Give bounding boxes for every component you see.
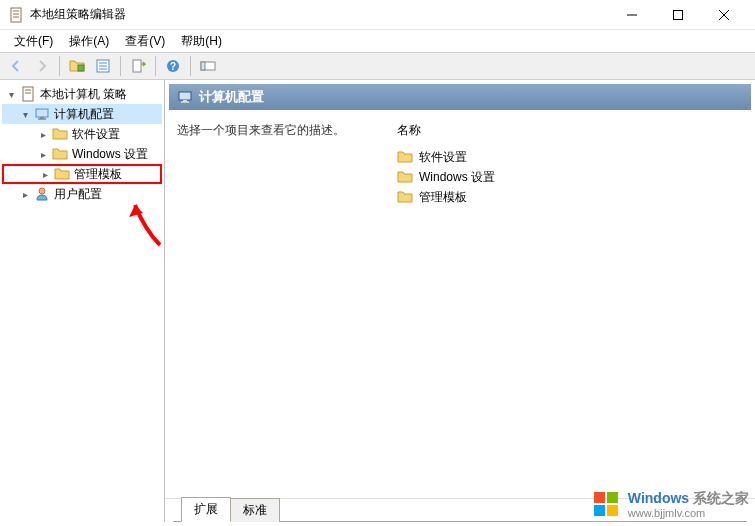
column-header-name[interactable]: 名称 <box>397 122 743 139</box>
expand-icon[interactable]: ▸ <box>38 167 52 181</box>
expand-icon[interactable]: ▸ <box>18 187 32 201</box>
svg-rect-17 <box>201 62 205 70</box>
folder-icon <box>54 166 70 182</box>
folder-icon <box>52 146 68 162</box>
menu-help[interactable]: 帮助(H) <box>173 31 230 52</box>
tab-strip: 扩展 标准 <box>165 498 755 522</box>
expand-icon[interactable]: ▸ <box>36 147 50 161</box>
list-item[interactable]: 管理模板 <box>397 187 743 207</box>
titlebar: 本地组策略编辑器 <box>0 0 755 30</box>
list-item[interactable]: Windows 设置 <box>397 167 743 187</box>
tree-panel[interactable]: ▾ 本地计算机 策略 ▾ 计算机配置 ▸ 软件设置 ▸ Windows <box>0 80 165 522</box>
expand-icon[interactable]: ▸ <box>36 127 50 141</box>
tree-computer-config[interactable]: ▾ 计算机配置 <box>2 104 162 124</box>
svg-rect-25 <box>179 92 191 100</box>
app-icon <box>8 7 24 23</box>
svg-rect-21 <box>36 109 48 117</box>
svg-rect-18 <box>23 87 33 101</box>
minimize-button[interactable] <box>609 0 655 30</box>
folder-icon <box>52 126 68 142</box>
tree-windows-settings[interactable]: ▸ Windows 设置 <box>2 144 162 164</box>
tree-label: 计算机配置 <box>54 106 114 123</box>
svg-rect-13 <box>133 60 141 72</box>
menubar: 文件(F) 操作(A) 查看(V) 帮助(H) <box>0 30 755 52</box>
computer-icon <box>34 106 50 122</box>
svg-rect-8 <box>78 65 84 71</box>
toolbar-filter-button[interactable] <box>196 54 220 78</box>
menu-file[interactable]: 文件(F) <box>6 31 61 52</box>
toolbar-export-button[interactable] <box>126 54 150 78</box>
expand-icon[interactable]: ▾ <box>4 87 18 101</box>
tree-admin-templates[interactable]: ▸ 管理模板 <box>2 164 162 184</box>
user-icon <box>34 186 50 202</box>
toolbar-help-button[interactable]: ? <box>161 54 185 78</box>
svg-point-24 <box>39 188 45 194</box>
list-item-label: Windows 设置 <box>419 169 495 186</box>
close-button[interactable] <box>701 0 747 30</box>
detail-description: 选择一个项目来查看它的描述。 <box>177 122 357 139</box>
tree-label: 用户配置 <box>54 186 102 203</box>
toolbar-list-button[interactable] <box>91 54 115 78</box>
detail-panel: 计算机配置 选择一个项目来查看它的描述。 名称 软件设置 Windows 设置 <box>165 80 755 522</box>
tab-extended[interactable]: 扩展 <box>181 497 231 522</box>
svg-rect-5 <box>674 10 683 19</box>
tree-user-config[interactable]: ▸ 用户配置 <box>2 184 162 204</box>
folder-icon <box>397 149 413 165</box>
list-item-label: 管理模板 <box>419 189 467 206</box>
toolbar-folder-button[interactable] <box>65 54 89 78</box>
tree-label: 本地计算机 策略 <box>40 86 127 103</box>
forward-button <box>30 54 54 78</box>
back-button <box>4 54 28 78</box>
computer-icon <box>177 89 193 105</box>
tree-root[interactable]: ▾ 本地计算机 策略 <box>2 84 162 104</box>
folder-icon <box>397 189 413 205</box>
tab-standard[interactable]: 标准 <box>230 498 280 522</box>
detail-header-text: 计算机配置 <box>199 88 264 106</box>
svg-rect-0 <box>11 8 21 22</box>
detail-header: 计算机配置 <box>169 84 751 110</box>
menu-action[interactable]: 操作(A) <box>61 31 117 52</box>
item-list: 软件设置 Windows 设置 管理模板 <box>397 147 743 207</box>
tree-software-settings[interactable]: ▸ 软件设置 <box>2 124 162 144</box>
window-title: 本地组策略编辑器 <box>30 6 609 23</box>
list-item[interactable]: 软件设置 <box>397 147 743 167</box>
expand-icon[interactable]: ▾ <box>18 107 32 121</box>
svg-text:?: ? <box>170 61 176 72</box>
toolbar: ? <box>0 52 755 80</box>
menu-view[interactable]: 查看(V) <box>117 31 173 52</box>
policy-icon <box>20 86 36 102</box>
tree-label: 软件设置 <box>72 126 120 143</box>
folder-icon <box>397 169 413 185</box>
tree-label: 管理模板 <box>74 166 122 183</box>
maximize-button[interactable] <box>655 0 701 30</box>
list-item-label: 软件设置 <box>419 149 467 166</box>
tree-label: Windows 设置 <box>72 146 148 163</box>
